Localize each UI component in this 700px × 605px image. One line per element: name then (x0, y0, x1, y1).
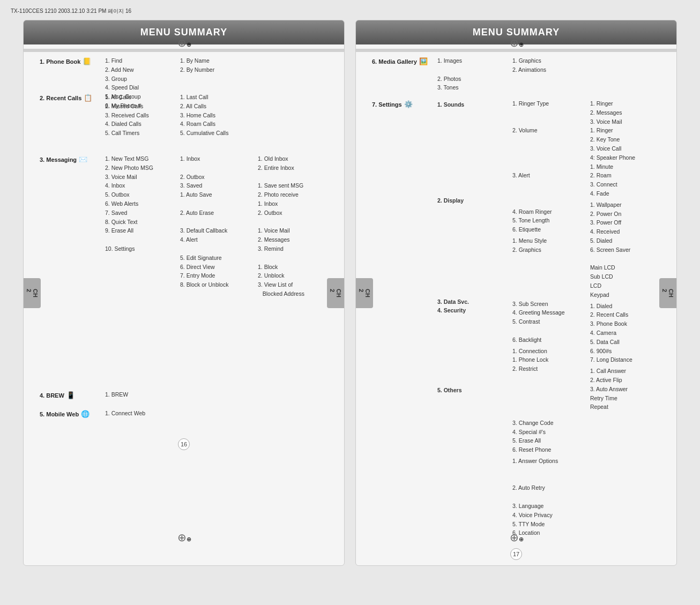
settings-sounds-col4: 1. Ringer 2. Messages 3. Voice Mail 1. R… (589, 99, 667, 198)
ch-label-left-16: CH2 (24, 278, 41, 308)
col2-17: 1. Images 2. Photos 3. Tones 1. Sounds 2… (436, 56, 511, 537)
page-header: TX-110CCES 1210 2003.12.10 3:21 PM 페이지 1… (0, 5, 700, 17)
menu-content-16: 1. Phone Book 📒 2. Recent Calls 📋 3. Mes… (24, 56, 344, 433)
media-gallery-icon: 🖼️ (419, 57, 428, 65)
mobile-web-label: 5. Mobile Web (40, 411, 79, 417)
section-mobile-web: 5. Mobile Web 🌐 (40, 409, 104, 428)
media-gallery-label: 6. Media Gallery (372, 58, 417, 65)
crosshair-bottom-left: ⊕ (177, 531, 190, 544)
mobile-web-col4 (257, 409, 334, 428)
col1-16: 1. Phone Book 📒 2. Recent Calls 📋 3. Mes… (40, 56, 104, 428)
ch-label-right-17: CH2 (659, 278, 676, 308)
recent-calls-label: 2. Recent Calls (40, 95, 81, 101)
crosshair-bottom-right: ⊕ (510, 531, 523, 544)
phone-book-label: 1. Phone Book (40, 58, 80, 65)
menu-content-17: 6. Media Gallery 🖼️ 7. Settings ⚙️ (356, 56, 676, 543)
messaging-icon: ✉️ (79, 155, 87, 163)
settings-security-col4: 1. Dialed 2. Recent Calls 3. Phone Book … (589, 302, 667, 365)
brew-col3 (179, 390, 257, 409)
recent-calls-col3: 1. Last Call 2. All Calls 3. Home Calls … (179, 93, 257, 154)
settings-others-col3: 1. Answer Options 2. Auto Retry 3. Langu… (511, 457, 589, 537)
section-messaging: 3. Messaging ✉️ (40, 154, 104, 390)
settings-icon: ⚙️ (404, 100, 413, 108)
ch-label-right-16: CH2 (327, 278, 344, 308)
settings-display-col4: 1. Wallpaper 2. Power On 3. Power Off 4.… (589, 200, 667, 300)
mobile-web-col2: 1. Connect Web (104, 409, 179, 428)
col4-17: 1. Ringer 2. Messages 3. Voice Mail 1. R… (589, 56, 667, 537)
settings-display-col3: 1. Menu Style 2. Graphics 3. Sub Screen … (511, 236, 589, 345)
media-gallery-col4 (589, 56, 667, 99)
header-text: TX-110CCES 1210 2003.12.10 3:21 PM 페이지 1… (11, 8, 131, 14)
col4-16: 1. Old Inbox 2. Entire Inbox 1. Save sen… (257, 56, 334, 428)
section-phone-book: 1. Phone Book 📒 (40, 56, 104, 93)
crosshair-top-right: ⊕ (510, 36, 523, 49)
col1-17: 6. Media Gallery 🖼️ 7. Settings ⚙️ (372, 56, 436, 537)
messaging-col2: 1. New Text MSG 2. New Photo MSG 3. Voic… (104, 154, 179, 390)
settings-label: 7. Settings (372, 101, 402, 108)
crosshair-top-left: ⊕ (177, 36, 190, 49)
settings-col2: 1. Sounds 2. Display 3. Data Svc. 4. Sec… (436, 100, 511, 395)
settings-sounds-col3: 1. Ringer Type 2. Volume 3. Alert 4. Roa… (511, 99, 589, 234)
page-16: ⊕ MENU SUMMARY CH2 CH2 1. Phone Book 📒 (23, 20, 345, 566)
messaging-col4: 1. Old Inbox 2. Entire Inbox 1. Save sen… (257, 154, 334, 390)
page-17: ⊕ MENU SUMMARY CH2 CH2 6. Media Gallery … (355, 20, 677, 566)
brew-col4 (257, 390, 334, 409)
phone-book-icon: 📒 (83, 57, 91, 65)
page-number-16: 16 (24, 438, 344, 455)
brew-label: 4. BREW (40, 392, 64, 399)
phone-book-col4 (257, 56, 334, 93)
page-number-17: 17 (356, 548, 676, 565)
section-media-gallery: 6. Media Gallery 🖼️ (372, 56, 436, 99)
settings-security-col3: 1. Connection 1. Phone Lock 2. Restrict … (511, 347, 589, 455)
phone-book-col3: 1. By Name 2. By Number (179, 56, 257, 93)
mobile-web-icon: 🌐 (81, 410, 90, 418)
recent-calls-icon: 📋 (84, 94, 92, 102)
messaging-col3: 1. Inbox 2. Outbox 3. Saved 1. Auto Save… (179, 154, 257, 390)
col3-16: 1. By Name 2. By Number 1. Last Call 2. … (179, 56, 257, 428)
brew-col2: 1. BREW (104, 390, 179, 409)
phone-book-col2: 1. Find 2. Add New 3. Group 4. Speed Dia… (104, 56, 179, 93)
section-settings: 7. Settings ⚙️ (372, 99, 436, 108)
media-gallery-col2: 1. Images 2. Photos 3. Tones (436, 56, 511, 99)
col3-17: 1. Graphics 2. Animations 1. Ringer Type… (511, 56, 589, 537)
media-gallery-col3: 1. Graphics 2. Animations (511, 56, 589, 99)
messaging-label: 3. Messaging (40, 156, 77, 163)
mobile-web-col3 (179, 409, 257, 428)
brew-icon: 📱 (66, 391, 75, 399)
settings-others-col4: 1. Call Answer 2. Active Flip 3. Auto An… (589, 367, 667, 412)
ch-label-left-17: CH2 (356, 278, 373, 308)
col2-16: 1. Find 2. Add New 3. Group 4. Speed Dia… (104, 56, 179, 428)
recent-calls-col2: 1. All Calls 2. Missed Calls 3. Received… (104, 93, 179, 154)
recent-calls-col4 (257, 93, 334, 154)
section-brew: 4. BREW 📱 (40, 390, 104, 409)
section-recent-calls: 2. Recent Calls 📋 (40, 93, 104, 154)
